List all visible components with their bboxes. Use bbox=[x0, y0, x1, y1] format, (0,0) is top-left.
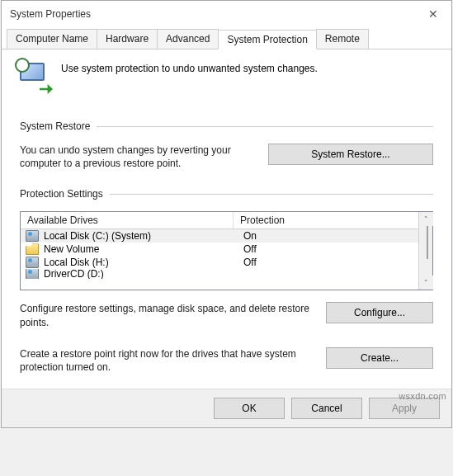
scroll-thumb[interactable] bbox=[427, 226, 428, 259]
scroll-down-icon[interactable]: ˅ bbox=[419, 276, 433, 290]
col-available-drives[interactable]: Available Drives bbox=[21, 212, 234, 229]
scroll-up-icon[interactable]: ˄ bbox=[419, 212, 433, 226]
scrollbar[interactable]: ˄ ˅ bbox=[418, 212, 432, 290]
system-restore-text: You can undo system changes by reverting… bbox=[20, 144, 252, 170]
system-protection-icon bbox=[20, 63, 50, 92]
drive-name: New Volume bbox=[42, 243, 237, 255]
tab-remote[interactable]: Remote bbox=[316, 29, 369, 49]
tab-system-protection[interactable]: System Protection bbox=[218, 30, 316, 49]
drive-name: Local Disk (H:) bbox=[42, 257, 237, 268]
tab-hardware[interactable]: Hardware bbox=[97, 29, 158, 49]
disk-icon bbox=[26, 257, 39, 268]
create-button[interactable]: Create... bbox=[326, 347, 433, 369]
table-row[interactable]: New Volume Off bbox=[21, 243, 418, 256]
table-row[interactable]: Local Disk (H:) Off bbox=[21, 256, 418, 269]
dialog-footer: OK Cancel Apply bbox=[2, 389, 451, 427]
drives-header: Available Drives Protection bbox=[21, 212, 418, 229]
configure-row: Configure restore settings, manage disk … bbox=[20, 302, 433, 328]
drive-protection: Off bbox=[237, 243, 418, 255]
create-text: Create a restore point right now for the… bbox=[20, 347, 309, 374]
table-row[interactable]: Local Disk (C:) (System) On bbox=[21, 229, 418, 243]
system-properties-window: System Properties ✕ Computer Name Hardwa… bbox=[1, 0, 452, 428]
close-icon[interactable]: ✕ bbox=[423, 6, 443, 22]
intro-text: Use system protection to undo unwanted s… bbox=[61, 63, 318, 74]
titlebar: System Properties ✕ bbox=[2, 1, 451, 27]
folder-icon bbox=[26, 243, 39, 255]
disk-icon bbox=[26, 269, 39, 279]
create-row: Create a restore point right now for the… bbox=[20, 347, 433, 374]
tab-strip: Computer Name Hardware Advanced System P… bbox=[2, 29, 451, 49]
drive-protection: On bbox=[237, 230, 418, 242]
system-restore-heading: System Restore bbox=[20, 120, 433, 132]
ok-button[interactable]: OK bbox=[214, 398, 285, 419]
col-protection[interactable]: Protection bbox=[234, 212, 418, 229]
disk-icon bbox=[26, 230, 39, 242]
drive-name: DriverCD (D:) bbox=[42, 269, 237, 279]
cancel-button[interactable]: Cancel bbox=[291, 398, 362, 419]
intro-row: Use system protection to undo unwanted s… bbox=[20, 63, 433, 92]
configure-button[interactable]: Configure... bbox=[326, 302, 433, 323]
drive-name: Local Disk (C:) (System) bbox=[42, 230, 237, 242]
tab-advanced[interactable]: Advanced bbox=[157, 29, 219, 49]
system-restore-row: You can undo system changes by reverting… bbox=[20, 144, 433, 170]
protection-settings-heading: Protection Settings bbox=[20, 188, 433, 200]
tab-computer-name[interactable]: Computer Name bbox=[7, 29, 97, 49]
window-title: System Properties bbox=[10, 8, 91, 20]
configure-text: Configure restore settings, manage disk … bbox=[20, 302, 309, 328]
drive-protection: Off bbox=[237, 257, 418, 268]
system-restore-button[interactable]: System Restore... bbox=[268, 144, 433, 165]
tab-content: Use system protection to undo unwanted s… bbox=[2, 49, 451, 389]
watermark: wsxdn.com bbox=[399, 391, 446, 401]
drives-table: Available Drives Protection Local Disk (… bbox=[20, 211, 433, 290]
table-row[interactable]: DriverCD (D:) bbox=[21, 269, 418, 279]
